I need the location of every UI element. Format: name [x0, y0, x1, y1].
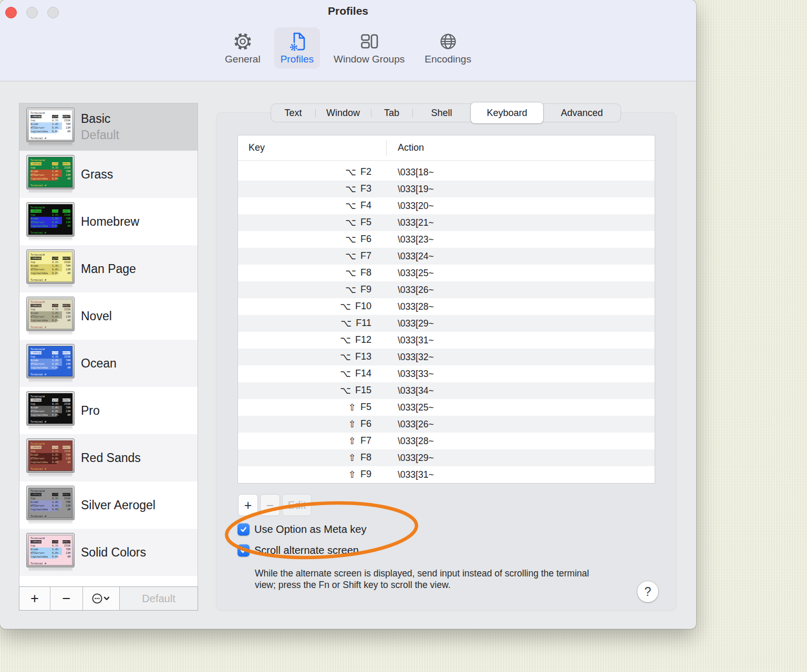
- shortcut-row[interactable]: ⌥ F13 \033[32~: [238, 349, 655, 365]
- tab-text[interactable]: Text: [271, 104, 315, 122]
- sidebar-footer: + − Default: [19, 586, 198, 611]
- profile-name: Man Page: [81, 262, 136, 276]
- tab-shell[interactable]: Shell: [412, 104, 471, 122]
- shortcut-row[interactable]: ⌥ F10 \033[28~: [238, 298, 655, 315]
- option-as-meta-label: Use Option as Meta key: [254, 523, 366, 536]
- toolbar-item-profiles[interactable]: Profiles: [274, 27, 320, 69]
- modifier-key-glyph: ⇧: [348, 402, 356, 413]
- function-key: F12: [355, 334, 371, 346]
- profile-thumbnail: Terminal# COMMAND %CPU RPRVT top4.1%231K…: [26, 155, 75, 194]
- shortcut-action: \033[29~: [386, 453, 434, 464]
- mini-terminal: Terminal# COMMAND %CPU RPRVT top4.1%231K…: [28, 440, 73, 471]
- remove-profile-button[interactable]: −: [50, 587, 83, 610]
- shortcut-row[interactable]: ⇧ F5 \033[25~: [238, 399, 655, 416]
- help-button[interactable]: ?: [637, 581, 658, 602]
- profile-tabs: TextWindowTabShellKeyboardAdvanced: [271, 104, 620, 122]
- profile-thumbnail: Terminal# COMMAND %CPU RPRVT top4.1%231K…: [26, 249, 75, 288]
- function-key: F9: [360, 284, 371, 296]
- profile-name: Grass: [81, 167, 113, 182]
- profile-document-icon: [285, 30, 308, 53]
- shortcut-action: \033[26~: [386, 419, 434, 430]
- shortcut-row[interactable]: ⌥ F6 \033[23~: [238, 231, 655, 248]
- shortcut-row[interactable]: ⌥ F11 \033[29~: [238, 315, 655, 332]
- shortcut-row[interactable]: ⇧ F9 \033[31~: [238, 466, 655, 483]
- default-button[interactable]: Default: [120, 587, 198, 610]
- shortcut-row[interactable]: ⌥ F9 \033[26~: [238, 281, 655, 298]
- profile-row-man-page[interactable]: Terminal# COMMAND %CPU RPRVT top4.1%231K…: [19, 245, 198, 292]
- scroll-alternate-checkbox[interactable]: [237, 544, 250, 556]
- ellipsis-circle-chevron-icon: [91, 592, 112, 605]
- modifier-key-glyph: ⌥: [345, 284, 356, 296]
- profile-row-grass[interactable]: Terminal# COMMAND %CPU RPRVT top4.1%231K…: [19, 151, 198, 198]
- shortcut-action: \033[19~: [386, 184, 434, 195]
- remove-shortcut-button[interactable]: −: [260, 494, 280, 516]
- modifier-key-glyph: ⌥: [340, 368, 351, 380]
- profile-row-basic[interactable]: Terminal# COMMAND %CPU RPRVT top4.1%231K…: [19, 103, 198, 151]
- modifier-key-glyph: ⌥: [341, 318, 352, 329]
- shortcut-row[interactable]: ⌥ F7 \033[24~: [238, 248, 655, 265]
- profile-thumbnail: Terminal# COMMAND %CPU RPRVT top4.1%231K…: [26, 533, 75, 572]
- option-as-meta-checkbox[interactable]: [237, 523, 250, 536]
- add-shortcut-button[interactable]: +: [238, 494, 258, 516]
- gear-icon: [231, 30, 254, 53]
- shortcut-row[interactable]: ⌥ F14 \033[33~: [238, 365, 655, 382]
- profile-row-pro[interactable]: Terminal# COMMAND %CPU RPRVT top4.1%231K…: [19, 387, 198, 434]
- tab-label: Keyboard: [487, 108, 527, 119]
- profile-row-solid-colors[interactable]: Terminal# COMMAND %CPU RPRVT top4.1%231K…: [19, 529, 198, 576]
- profile-row-novel[interactable]: Terminal# COMMAND %CPU RPRVT top4.1%231K…: [19, 292, 198, 340]
- function-key: F14: [355, 368, 371, 380]
- table-rows: ⌥ F2 \033[18~ ⌥ F3 \033[19~ ⌥ F4 \033[20…: [238, 161, 655, 483]
- mini-terminal: Terminal# COMMAND %CPU RPRVT top4.1%231K…: [28, 346, 73, 376]
- shortcut-action: \033[25~: [386, 268, 434, 279]
- modifier-key-glyph: ⇧: [348, 452, 356, 464]
- profile-row-ocean[interactable]: Terminal# COMMAND %CPU RPRVT top4.1%231K…: [19, 340, 198, 387]
- shortcut-action: \033[26~: [386, 285, 434, 296]
- function-key: F9: [360, 469, 371, 480]
- shortcut-row[interactable]: ⇧ F8 \033[29~: [238, 449, 655, 466]
- profile-thumbnail: Terminal# COMMAND %CPU RPRVT top4.1%231K…: [26, 486, 75, 524]
- shortcut-row[interactable]: ⌥ F2 \033[18~: [238, 164, 655, 181]
- modifier-key-glyph: ⇧: [348, 418, 356, 430]
- toolbar-item-encodings[interactable]: Encodings: [418, 27, 478, 69]
- mini-terminal: Terminal# COMMAND %CPU RPRVT top4.1%231K…: [28, 299, 73, 329]
- function-key: F2: [360, 166, 371, 178]
- shortcut-row[interactable]: ⇧ F6 \033[26~: [238, 416, 655, 433]
- profile-name: Pro: [81, 404, 100, 418]
- more-options-button[interactable]: [83, 587, 120, 610]
- shortcut-row[interactable]: ⌥ F15 \033[34~: [238, 382, 655, 399]
- modifier-key-glyph: ⌥: [345, 183, 356, 195]
- shortcut-row[interactable]: ⌥ F12 \033[31~: [238, 332, 655, 349]
- tab-window[interactable]: Window: [315, 104, 371, 122]
- profile-row-red-sands[interactable]: Terminal# COMMAND %CPU RPRVT top4.1%231K…: [19, 434, 198, 481]
- tab-keyboard[interactable]: Keyboard: [471, 102, 543, 123]
- tab-advanced[interactable]: Advanced: [543, 104, 620, 122]
- edit-shortcut-button[interactable]: Edit: [282, 494, 312, 516]
- shortcut-row[interactable]: ⌥ F8 \033[25~: [238, 265, 655, 281]
- alternate-screen-help-text: While the alternate screen is displayed,…: [255, 568, 602, 591]
- modifier-key-glyph: ⌥: [345, 217, 356, 228]
- titlebar-toolbar: Profiles General Profiles Window Groups …: [0, 0, 696, 81]
- toolbar-item-general[interactable]: General: [219, 27, 267, 69]
- profile-name: Novel: [81, 309, 112, 323]
- shortcut-row[interactable]: ⌥ F3 \033[19~: [238, 181, 655, 197]
- profile-row-homebrew[interactable]: Terminal# COMMAND %CPU RPRVT top4.1%231K…: [19, 198, 198, 245]
- shortcut-action: \033[25~: [386, 402, 434, 413]
- toolbar-item-label: General: [225, 54, 261, 65]
- profile-thumbnail: Terminal# COMMAND %CPU RPRVT top4.1%231K…: [26, 108, 75, 146]
- modifier-key-glyph: ⌥: [345, 234, 356, 245]
- keyboard-shortcuts-table: Key Action ⌥ F2 \033[18~ ⌥ F3 \033[19~ ⌥…: [238, 135, 655, 483]
- shortcut-row[interactable]: ⇧ F7 \033[28~: [238, 433, 655, 449]
- profile-row-silver-aerogel[interactable]: Terminal# COMMAND %CPU RPRVT top4.1%231K…: [19, 481, 198, 529]
- function-key: F4: [360, 200, 371, 212]
- function-key: F5: [360, 217, 371, 228]
- shortcut-action: \033[28~: [386, 436, 434, 447]
- add-profile-button[interactable]: +: [19, 587, 50, 610]
- tab-tab[interactable]: Tab: [371, 104, 412, 122]
- question-mark-icon: ?: [645, 585, 651, 599]
- scroll-alternate-label: Scroll alternate screen: [254, 544, 359, 556]
- profile-name: Ocean: [81, 356, 117, 371]
- shortcut-row[interactable]: ⌥ F4 \033[20~: [238, 197, 655, 214]
- toolbar-item-window-groups[interactable]: Window Groups: [327, 27, 411, 69]
- globe-icon: [437, 30, 460, 53]
- shortcut-row[interactable]: ⌥ F5 \033[21~: [238, 214, 655, 231]
